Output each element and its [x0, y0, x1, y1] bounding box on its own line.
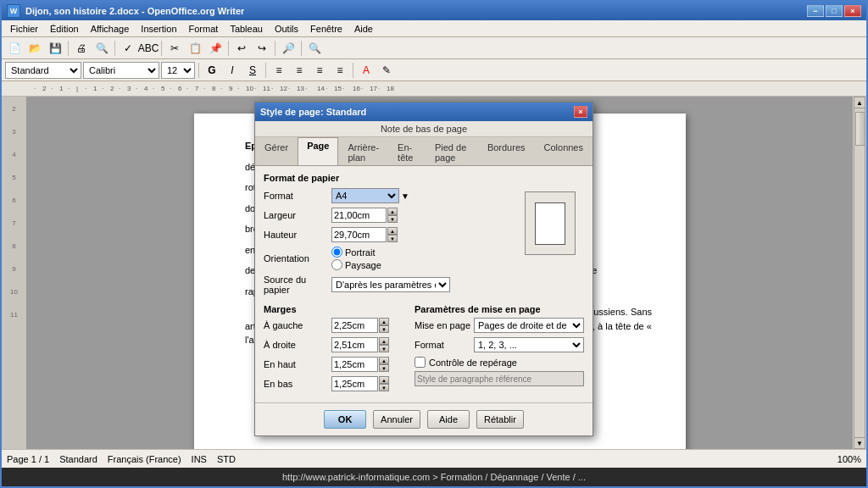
- haut-up[interactable]: ▲: [379, 357, 389, 364]
- left-margin: 2 3 4 5 6 7 8 9 10 11: [2, 97, 27, 449]
- scroll-thumb[interactable]: [855, 112, 865, 146]
- aide-button[interactable]: Aide: [427, 410, 470, 429]
- tab-en-tete[interactable]: En-tête: [388, 139, 426, 165]
- format-dropdown-arrow[interactable]: ▼: [401, 191, 409, 201]
- bold-btn[interactable]: G: [203, 62, 221, 79]
- margin-num-8: 8: [12, 242, 15, 250]
- bas-down[interactable]: ▼: [379, 384, 389, 391]
- portrait-radio[interactable]: [331, 247, 342, 258]
- menu-aide[interactable]: Aide: [349, 22, 378, 36]
- page-info: Page 1 / 1: [7, 454, 49, 464]
- controle-checkbox[interactable]: [415, 357, 426, 368]
- open-btn[interactable]: 📂: [25, 40, 44, 57]
- droite-up[interactable]: ▲: [379, 337, 389, 345]
- menu-affichage[interactable]: Affichage: [86, 22, 135, 36]
- copy-btn[interactable]: 📋: [186, 40, 204, 57]
- minimize-button[interactable]: −: [807, 5, 824, 17]
- tab-pied-page[interactable]: Pied de page: [426, 139, 478, 165]
- mise-select[interactable]: Pages de droite et de gaud...: [474, 318, 584, 333]
- annuler-button[interactable]: Annuler: [373, 410, 420, 429]
- tab-arriere-plan[interactable]: Arrière-plan: [338, 139, 388, 165]
- highlight-btn[interactable]: ✎: [377, 62, 396, 79]
- menu-tableau[interactable]: Tableau: [225, 22, 268, 36]
- scroll-up-btn[interactable]: ▲: [854, 97, 865, 108]
- align-right-btn[interactable]: ≡: [310, 62, 329, 79]
- haut-down[interactable]: ▼: [379, 364, 389, 372]
- droite-input[interactable]: [331, 337, 378, 352]
- largeur-input[interactable]: [331, 208, 387, 223]
- scroll-down-btn[interactable]: ▼: [854, 437, 865, 449]
- spell-btn[interactable]: ✓: [119, 40, 137, 57]
- gauche-input[interactable]: [331, 318, 378, 333]
- dialog-columns: Format A4 ▼ Largeur ▲ ▼: [264, 188, 584, 299]
- format-num-select[interactable]: 1, 2, 3, ...: [474, 337, 584, 352]
- size-select[interactable]: 12: [161, 62, 195, 79]
- status-right: 100%: [837, 454, 861, 464]
- paper-inner: [535, 202, 565, 245]
- bas-row: En bas ▲ ▼: [264, 376, 406, 391]
- menu-format[interactable]: Format: [184, 22, 224, 36]
- font-select[interactable]: Calibri: [83, 62, 159, 79]
- language-info: Français (France): [108, 454, 181, 464]
- gauche-up[interactable]: ▲: [379, 318, 389, 325]
- spell2-btn[interactable]: ABC: [139, 40, 158, 57]
- gauche-row: À gauche ▲ ▼: [264, 318, 406, 333]
- retablir-button[interactable]: Rétablir: [476, 410, 524, 429]
- bas-up[interactable]: ▲: [379, 376, 389, 384]
- paste-btn[interactable]: 📌: [206, 40, 225, 57]
- hauteur-input[interactable]: [331, 227, 387, 242]
- tab-bordures[interactable]: Bordures: [478, 139, 535, 165]
- paper-preview: [525, 191, 576, 255]
- underline-btn[interactable]: S: [243, 62, 262, 79]
- haut-label: En haut: [264, 359, 331, 369]
- format-row: Format A4 ▼: [264, 188, 508, 203]
- menu-bar: Fichier Édition Affichage Insertion Form…: [2, 20, 866, 37]
- undo-btn[interactable]: ↩: [232, 40, 251, 57]
- largeur-up[interactable]: ▲: [387, 208, 398, 215]
- dialog-close-button[interactable]: ×: [574, 106, 587, 118]
- largeur-down[interactable]: ▼: [387, 215, 398, 223]
- dialog-subtitle: Note de bas de page: [255, 121, 593, 137]
- tab-gerer[interactable]: Gérer: [255, 139, 298, 165]
- new-btn[interactable]: 📄: [5, 40, 24, 57]
- redo-btn[interactable]: ↪: [253, 40, 271, 57]
- std-mode[interactable]: STD: [217, 454, 236, 464]
- menu-fichier[interactable]: Fichier: [5, 22, 43, 36]
- haut-input[interactable]: [331, 357, 378, 372]
- tab-colonnes[interactable]: Colonnes: [535, 139, 593, 165]
- margin-num-5: 5: [12, 174, 15, 181]
- hauteur-down[interactable]: ▼: [387, 235, 398, 242]
- largeur-row: Largeur ▲ ▼: [264, 208, 508, 223]
- tab-page[interactable]: Page: [298, 137, 338, 165]
- save-btn[interactable]: 💾: [46, 40, 64, 57]
- style-select[interactable]: Standard: [5, 62, 81, 79]
- close-button[interactable]: ×: [844, 5, 861, 17]
- align-justify-btn[interactable]: ≡: [331, 62, 349, 79]
- droite-label: À droite: [264, 340, 331, 350]
- menu-outils[interactable]: Outils: [270, 22, 303, 36]
- style-ref-input[interactable]: [415, 371, 584, 386]
- cut-btn[interactable]: ✂: [165, 40, 184, 57]
- ok-button[interactable]: OK: [324, 410, 366, 429]
- source-select[interactable]: D'après les paramètres de l'i...: [331, 277, 450, 292]
- menu-insertion[interactable]: Insertion: [136, 22, 181, 36]
- align-left-btn[interactable]: ≡: [270, 62, 288, 79]
- preview-btn[interactable]: 🔍: [92, 40, 111, 57]
- zoom-btn[interactable]: 🔍: [305, 40, 324, 57]
- paysage-radio[interactable]: [331, 259, 342, 270]
- ins-mode[interactable]: INS: [192, 454, 207, 464]
- print-btn[interactable]: 🖨: [72, 40, 91, 57]
- italic-btn[interactable]: I: [223, 62, 242, 79]
- find-btn[interactable]: 🔎: [279, 40, 298, 57]
- bas-input[interactable]: [331, 376, 378, 391]
- controle-row: Contrôle de repérage: [415, 357, 584, 368]
- menu-fenetre[interactable]: Fenêtre: [305, 22, 348, 36]
- hauteur-up[interactable]: ▲: [387, 227, 398, 235]
- maximize-button[interactable]: □: [826, 5, 843, 17]
- gauche-down[interactable]: ▼: [379, 325, 389, 333]
- color-btn[interactable]: A: [357, 62, 376, 79]
- menu-edition[interactable]: Édition: [45, 22, 84, 36]
- format-select[interactable]: A4: [331, 188, 399, 203]
- align-center-btn[interactable]: ≡: [290, 62, 309, 79]
- droite-down[interactable]: ▼: [379, 345, 389, 352]
